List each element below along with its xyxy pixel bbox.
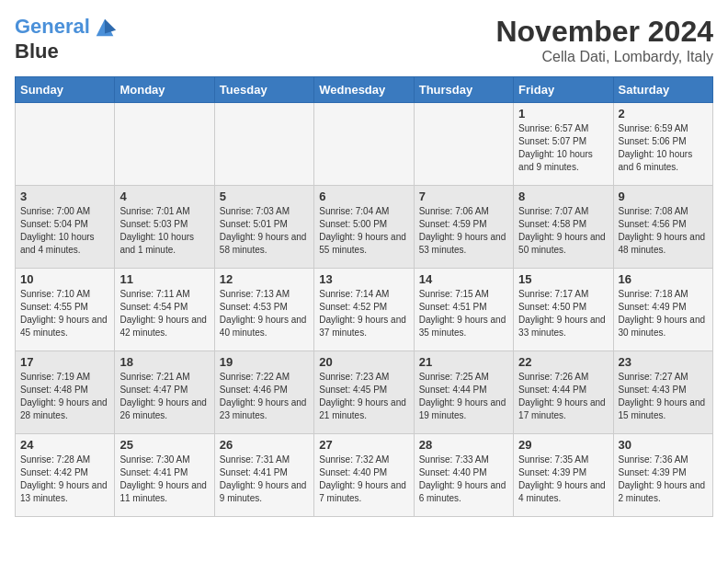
day-cell (414, 103, 513, 186)
day-info: Sunrise: 7:13 AMSunset: 4:53 PMDaylight:… (220, 288, 309, 339)
day-info: Sunrise: 7:32 AMSunset: 4:40 PMDaylight:… (319, 454, 408, 505)
day-number: 27 (319, 438, 408, 452)
day-info: Sunrise: 6:59 AMSunset: 5:06 PMDaylight:… (619, 122, 708, 174)
day-number: 9 (619, 190, 708, 203)
day-number: 13 (319, 272, 408, 286)
day-info: Sunrise: 7:26 AMSunset: 4:44 PMDaylight:… (518, 371, 608, 422)
day-info: Sunrise: 7:11 AMSunset: 4:54 PMDaylight:… (119, 288, 209, 339)
day-cell: 7Sunrise: 7:06 AMSunset: 4:59 PMDaylight… (414, 186, 513, 269)
day-number: 3 (20, 190, 109, 203)
day-cell: 12Sunrise: 7:13 AMSunset: 4:53 PMDayligh… (214, 269, 313, 351)
location: Cella Dati, Lombardy, Italy (495, 49, 713, 65)
day-info: Sunrise: 7:23 AMSunset: 4:45 PMDaylight:… (319, 371, 408, 422)
day-cell: 3Sunrise: 7:00 AMSunset: 5:04 PMDaylight… (16, 186, 115, 269)
day-info: Sunrise: 7:28 AMSunset: 4:42 PMDaylight:… (20, 454, 109, 505)
day-cell: 22Sunrise: 7:26 AMSunset: 4:44 PMDayligh… (514, 351, 613, 434)
day-number: 30 (619, 438, 708, 452)
day-cell: 4Sunrise: 7:01 AMSunset: 5:03 PMDaylight… (115, 186, 214, 269)
day-info: Sunrise: 7:33 AMSunset: 4:40 PMDaylight:… (419, 454, 508, 505)
day-info: Sunrise: 7:25 AMSunset: 4:44 PMDaylight:… (419, 371, 508, 422)
day-cell: 13Sunrise: 7:14 AMSunset: 4:52 PMDayligh… (314, 269, 414, 351)
day-number: 16 (619, 272, 708, 286)
day-info: Sunrise: 6:57 AMSunset: 5:07 PMDaylight:… (518, 122, 608, 174)
day-info: Sunrise: 7:08 AMSunset: 4:56 PMDaylight:… (619, 205, 708, 257)
day-info: Sunrise: 7:00 AMSunset: 5:04 PMDaylight:… (20, 205, 109, 257)
week-row-4: 17Sunrise: 7:19 AMSunset: 4:48 PMDayligh… (16, 351, 713, 434)
day-cell: 5Sunrise: 7:03 AMSunset: 5:01 PMDaylight… (214, 186, 313, 269)
month-title: November 2024 (495, 15, 713, 49)
day-info: Sunrise: 7:22 AMSunset: 4:46 PMDaylight:… (220, 371, 309, 422)
day-info: Sunrise: 7:15 AMSunset: 4:51 PMDaylight:… (419, 288, 508, 339)
day-cell: 24Sunrise: 7:28 AMSunset: 4:42 PMDayligh… (16, 434, 115, 517)
day-cell: 11Sunrise: 7:11 AMSunset: 4:54 PMDayligh… (115, 269, 214, 351)
day-number: 19 (220, 355, 309, 369)
day-cell: 20Sunrise: 7:23 AMSunset: 4:45 PMDayligh… (314, 351, 414, 434)
day-cell: 1Sunrise: 6:57 AMSunset: 5:07 PMDaylight… (514, 103, 613, 186)
day-cell: 9Sunrise: 7:08 AMSunset: 4:56 PMDaylight… (613, 186, 712, 269)
day-info: Sunrise: 7:19 AMSunset: 4:48 PMDaylight:… (20, 371, 109, 422)
day-info: Sunrise: 7:17 AMSunset: 4:50 PMDaylight:… (518, 288, 608, 339)
day-number: 17 (20, 355, 109, 369)
day-info: Sunrise: 7:31 AMSunset: 4:41 PMDaylight:… (220, 454, 309, 505)
day-number: 21 (419, 355, 508, 369)
day-cell: 10Sunrise: 7:10 AMSunset: 4:55 PMDayligh… (16, 269, 115, 351)
day-number: 2 (619, 107, 708, 121)
day-cell: 21Sunrise: 7:25 AMSunset: 4:44 PMDayligh… (414, 351, 513, 434)
day-cell (314, 103, 414, 186)
weekday-header-thursday: Thursday (414, 77, 513, 103)
day-cell: 8Sunrise: 7:07 AMSunset: 4:58 PMDaylight… (514, 186, 613, 269)
day-info: Sunrise: 7:04 AMSunset: 5:00 PMDaylight:… (319, 205, 408, 257)
day-number: 5 (220, 190, 309, 203)
day-info: Sunrise: 7:01 AMSunset: 5:03 PMDaylight:… (119, 205, 209, 257)
day-cell: 29Sunrise: 7:35 AMSunset: 4:39 PMDayligh… (514, 434, 613, 517)
svg-marker-1 (105, 19, 116, 34)
day-number: 6 (319, 190, 408, 203)
day-number: 8 (518, 190, 608, 203)
day-info: Sunrise: 7:06 AMSunset: 4:59 PMDaylight:… (419, 205, 508, 257)
page-header: General Blue November 2024 Cella Dati, L… (15, 15, 713, 65)
week-row-1: 1Sunrise: 6:57 AMSunset: 5:07 PMDaylight… (16, 103, 713, 186)
day-info: Sunrise: 7:18 AMSunset: 4:49 PMDaylight:… (619, 288, 708, 339)
day-number: 25 (119, 438, 209, 452)
weekday-header-tuesday: Tuesday (214, 77, 313, 103)
day-cell: 19Sunrise: 7:22 AMSunset: 4:46 PMDayligh… (214, 351, 313, 434)
weekday-header-row: SundayMondayTuesdayWednesdayThursdayFrid… (16, 77, 713, 103)
day-number: 10 (20, 272, 109, 286)
day-number: 12 (220, 272, 309, 286)
week-row-2: 3Sunrise: 7:00 AMSunset: 5:04 PMDaylight… (16, 186, 713, 269)
day-number: 24 (20, 438, 109, 452)
day-cell: 25Sunrise: 7:30 AMSunset: 4:41 PMDayligh… (115, 434, 214, 517)
day-number: 15 (518, 272, 608, 286)
day-cell: 27Sunrise: 7:32 AMSunset: 4:40 PMDayligh… (314, 434, 414, 517)
day-number: 22 (518, 355, 608, 369)
day-number: 20 (319, 355, 408, 369)
day-cell: 14Sunrise: 7:15 AMSunset: 4:51 PMDayligh… (414, 269, 513, 351)
day-cell: 2Sunrise: 6:59 AMSunset: 5:06 PMDaylight… (613, 103, 712, 186)
day-info: Sunrise: 7:35 AMSunset: 4:39 PMDaylight:… (518, 454, 608, 505)
logo: General Blue (15, 15, 118, 63)
day-info: Sunrise: 7:36 AMSunset: 4:39 PMDaylight:… (619, 454, 708, 505)
day-cell: 30Sunrise: 7:36 AMSunset: 4:39 PMDayligh… (613, 434, 712, 517)
logo-text: General Blue (15, 15, 118, 63)
day-cell: 15Sunrise: 7:17 AMSunset: 4:50 PMDayligh… (514, 269, 613, 351)
day-number: 23 (619, 355, 708, 369)
day-info: Sunrise: 7:27 AMSunset: 4:43 PMDaylight:… (619, 371, 708, 422)
day-number: 18 (119, 355, 209, 369)
weekday-header-monday: Monday (115, 77, 214, 103)
day-cell (214, 103, 313, 186)
day-cell: 26Sunrise: 7:31 AMSunset: 4:41 PMDayligh… (214, 434, 313, 517)
day-number: 1 (518, 107, 608, 121)
day-info: Sunrise: 7:21 AMSunset: 4:47 PMDaylight:… (119, 371, 209, 422)
day-cell: 6Sunrise: 7:04 AMSunset: 5:00 PMDaylight… (314, 186, 414, 269)
weekday-header-wednesday: Wednesday (314, 77, 414, 103)
week-row-5: 24Sunrise: 7:28 AMSunset: 4:42 PMDayligh… (16, 434, 713, 517)
day-cell: 23Sunrise: 7:27 AMSunset: 4:43 PMDayligh… (613, 351, 712, 434)
day-cell: 17Sunrise: 7:19 AMSunset: 4:48 PMDayligh… (16, 351, 115, 434)
day-cell: 28Sunrise: 7:33 AMSunset: 4:40 PMDayligh… (414, 434, 513, 517)
day-info: Sunrise: 7:30 AMSunset: 4:41 PMDaylight:… (119, 454, 209, 505)
day-number: 11 (119, 272, 209, 286)
day-number: 26 (220, 438, 309, 452)
calendar-table: SundayMondayTuesdayWednesdayThursdayFrid… (15, 76, 713, 517)
day-cell: 16Sunrise: 7:18 AMSunset: 4:49 PMDayligh… (613, 269, 712, 351)
weekday-header-friday: Friday (514, 77, 613, 103)
